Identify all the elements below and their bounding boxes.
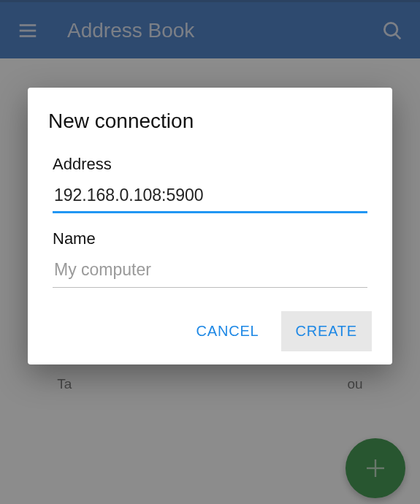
create-button[interactable]: CREATE (281, 311, 372, 351)
name-input[interactable] (53, 256, 367, 288)
dialog-actions: CANCEL CREATE (48, 311, 372, 351)
dialog-title: New connection (48, 110, 372, 133)
new-connection-dialog: New connection Address Name CANCEL CREAT… (28, 88, 392, 364)
name-field: Name (48, 229, 372, 288)
address-input[interactable] (53, 181, 367, 213)
address-field: Address (48, 155, 372, 213)
name-label: Name (53, 229, 367, 248)
address-label: Address (53, 155, 367, 174)
cancel-button[interactable]: CANCEL (182, 311, 274, 351)
